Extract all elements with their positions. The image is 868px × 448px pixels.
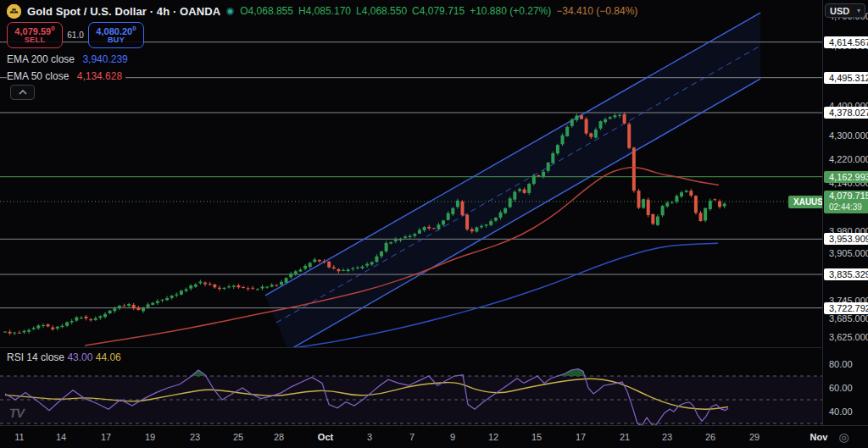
time-tick: Nov — [810, 432, 828, 442]
time-tick: 9 — [450, 432, 455, 442]
ema50-legend[interactable]: EMA 50 close 4,134.628 — [7, 69, 125, 83]
market-status-icon[interactable] — [226, 8, 234, 15]
rsi-pane — [0, 369, 822, 428]
price-tick: 4,220.000 — [829, 154, 868, 164]
rsi-tick: 60.00 — [829, 383, 853, 393]
trend-channel-fill — [265, 13, 760, 351]
symbol-title[interactable]: Gold Spot / U.S. Dollar · 4h · OANDA — [27, 5, 220, 18]
bar-countdown: 02:44:39 — [829, 202, 868, 213]
rsi-legend[interactable]: RSI 14 close 43.00 44.06 — [7, 351, 125, 363]
level-price-label: 3,953.909 — [824, 233, 868, 245]
chevron-down-icon: ▾ — [857, 7, 860, 14]
ema200-value: 3,940.239 — [82, 53, 127, 65]
channel-middle-line — [276, 46, 760, 323]
level-price-label: 4,614.567 — [824, 36, 868, 48]
level-price-label: 3,722.792 — [824, 302, 868, 314]
time-tick: 29 — [749, 432, 760, 442]
time-tick: 25 — [233, 432, 243, 442]
symbol-legend: Gold Spot / U.S. Dollar · 4h · OANDA O4,… — [7, 3, 637, 19]
trade-panel: 4,079.590 SELL 61.0 4,080.200 BUY — [7, 22, 144, 48]
time-tick: 15 — [531, 432, 542, 442]
last-price-value: 4,079.715 — [829, 191, 868, 202]
close-value: 4,079.715 — [420, 5, 465, 17]
rsi-value: 43.00 — [67, 351, 92, 363]
tradingview-logo[interactable]: TV — [8, 406, 25, 420]
time-tick: 23 — [662, 432, 672, 442]
price-axis[interactable]: 4,700.0004,600.0004,400.0004,300.0004,22… — [822, 0, 868, 425]
ema200-legend[interactable]: EMA 200 close 3,940.239 — [7, 53, 131, 66]
time-tick: Oct — [318, 432, 333, 442]
rsi-ma-value: 44.06 — [96, 351, 121, 363]
time-tick: 19 — [145, 432, 155, 442]
time-tick: 17 — [101, 432, 111, 442]
price-tick: 3,905.000 — [829, 248, 868, 258]
price-tick: 4,300.000 — [829, 130, 868, 141]
green-price-label: 4,162.993 — [824, 171, 868, 183]
open-value: 4,068.855 — [248, 5, 293, 17]
buy-button[interactable]: 4,080.200 BUY — [88, 22, 144, 48]
time-tick: 7 — [409, 432, 415, 442]
time-tick: 11 — [14, 432, 24, 442]
level-price-label: 3,835.329 — [824, 268, 868, 280]
sell-button[interactable]: 4,079.590 SELL — [7, 22, 63, 48]
level-price-label: 4,495.312 — [824, 72, 868, 84]
time-tick: 21 — [620, 432, 630, 442]
time-tick: 26 — [705, 432, 715, 442]
gold-coin-icon — [7, 4, 21, 19]
channel-lower-line — [288, 79, 760, 351]
currency-selector[interactable]: USD▾ — [825, 3, 865, 18]
price-tick: 3,685.000 — [829, 313, 868, 324]
rsi-overbought-fill — [192, 370, 206, 376]
spread-value: 61.0 — [63, 30, 88, 40]
high-value: 4,085.170 — [306, 5, 351, 17]
last-price-label: 4,079.71502:44:39 — [824, 191, 868, 213]
ema50-value: 4,134.628 — [77, 70, 122, 82]
level-price-label: 4,378.027 — [824, 107, 868, 119]
price-tick: 3,625.000 — [829, 332, 868, 342]
time-tick: 23 — [190, 432, 200, 442]
rsi-tick: 80.00 — [829, 359, 853, 369]
axis-settings-icon[interactable]: ◎ — [837, 431, 850, 444]
chart-canvas[interactable] — [0, 0, 868, 448]
time-tick: 12 — [488, 432, 498, 442]
pane-separator[interactable] — [0, 347, 868, 348]
rsi-tick: 40.00 — [829, 407, 853, 417]
low-value: 4,068.550 — [362, 5, 407, 17]
channel-upper-line — [265, 13, 760, 296]
collapse-legend-button[interactable] — [10, 85, 35, 100]
trading-chart-window: Gold Spot / U.S. Dollar · 4h · OANDA O4,… — [0, 0, 868, 448]
day-change: −34.410 (−0.84%) — [556, 5, 637, 17]
time-tick: 14 — [56, 432, 66, 442]
ohlc-values: O4,068.855 H4,085.170 L4,068.550 C4,079.… — [240, 5, 637, 17]
time-tick: 28 — [274, 432, 284, 442]
time-tick: 17 — [576, 432, 586, 442]
time-axis[interactable]: 11141719232528Oct37912151721232629Nov — [0, 425, 868, 448]
bar-change: +10.880 (+0.27%) — [470, 5, 551, 17]
time-tick: 3 — [367, 432, 372, 442]
